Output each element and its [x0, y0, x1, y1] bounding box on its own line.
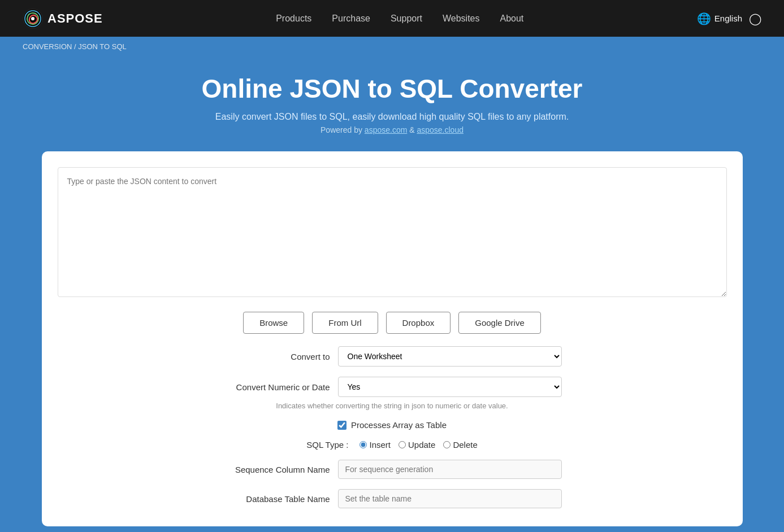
convert-to-select[interactable]: One Worksheet Multiple Worksheets [338, 346, 562, 367]
sequence-column-input[interactable] [338, 460, 562, 479]
language-button[interactable]: 🌐 English [697, 12, 742, 25]
powered-by: Powered by aspose.com & aspose.cloud [11, 125, 773, 134]
options-section: Convert to One Worksheet Multiple Worksh… [58, 346, 727, 508]
convert-numeric-hint: Indicates whether converting the string … [276, 402, 508, 410]
sql-type-delete-option[interactable]: Delete [443, 440, 477, 450]
convert-to-label: Convert to [223, 352, 330, 361]
navbar-right: 🌐 English ◯ [697, 12, 761, 25]
svg-point-1 [31, 17, 34, 20]
processes-array-row: Processes Array as Table [337, 420, 447, 430]
nav-purchase[interactable]: Purchase [332, 14, 370, 24]
browse-button[interactable]: Browse [243, 312, 304, 334]
breadcrumb: CONVERSION / JSON TO SQL [0, 37, 784, 56]
aspose-logo-icon [23, 8, 43, 29]
breadcrumb-conversion[interactable]: CONVERSION [23, 42, 72, 51]
navbar-logo-area: ASPOSE [23, 8, 103, 29]
main-card: Browse From Url Dropbox Google Drive Con… [42, 151, 743, 526]
sql-type-row: SQL Type : Insert Update Delete [306, 440, 477, 450]
nav-about[interactable]: About [500, 14, 523, 24]
sql-type-insert-label: Insert [369, 440, 391, 450]
database-table-input[interactable] [338, 489, 562, 508]
hero-subtitle: Easily convert JSON files to SQL, easily… [11, 112, 773, 122]
navbar: ASPOSE Products Purchase Support Website… [0, 0, 784, 37]
database-table-row: Database Table Name [223, 489, 562, 508]
user-icon[interactable]: ◯ [749, 12, 761, 25]
sequence-column-row: Sequence Column Name [223, 460, 562, 479]
convert-numeric-select[interactable]: Yes No [338, 377, 562, 397]
hero-section: Online JSON to SQL Converter Easily conv… [0, 56, 784, 151]
nav-support[interactable]: Support [391, 14, 422, 24]
aspose-com-link[interactable]: aspose.com [365, 125, 407, 134]
processes-array-label: Processes Array as Table [351, 420, 447, 430]
from-url-button[interactable]: From Url [312, 312, 378, 334]
powered-amp: & [409, 125, 417, 134]
google-drive-button[interactable]: Google Drive [458, 312, 541, 334]
nav-websites[interactable]: Websites [443, 14, 480, 24]
dropbox-button[interactable]: Dropbox [386, 312, 451, 334]
convert-numeric-label: Convert Numeric or Date [223, 382, 330, 392]
sql-type-insert-radio[interactable] [359, 441, 367, 448]
powered-prefix: Powered by [320, 125, 365, 134]
brand-name: ASPOSE [47, 11, 103, 26]
sql-type-delete-label: Delete [453, 440, 477, 450]
sql-type-update-option[interactable]: Update [399, 440, 435, 450]
breadcrumb-separator: / [74, 42, 76, 51]
sql-type-update-radio[interactable] [399, 441, 406, 448]
json-input[interactable] [58, 167, 727, 297]
sql-type-update-label: Update [408, 440, 435, 450]
aspose-cloud-link[interactable]: aspose.cloud [417, 125, 464, 134]
sql-type-insert-option[interactable]: Insert [359, 440, 391, 450]
convert-to-row: Convert to One Worksheet Multiple Worksh… [223, 346, 562, 367]
breadcrumb-current: JSON TO SQL [78, 42, 127, 51]
globe-icon: 🌐 [697, 12, 711, 25]
sequence-column-label: Sequence Column Name [223, 465, 330, 474]
convert-numeric-row: Convert Numeric or Date Yes No [223, 377, 562, 397]
upload-buttons: Browse From Url Dropbox Google Drive [58, 312, 727, 334]
nav-links: Products Purchase Support Websites About [276, 14, 523, 24]
sql-type-label: SQL Type : [306, 440, 348, 450]
nav-products[interactable]: Products [276, 14, 311, 24]
page-title: Online JSON to SQL Converter [11, 73, 773, 104]
sql-type-delete-radio[interactable] [443, 441, 451, 448]
database-table-label: Database Table Name [223, 494, 330, 504]
processes-array-checkbox[interactable] [337, 421, 346, 430]
language-label: English [714, 14, 742, 23]
